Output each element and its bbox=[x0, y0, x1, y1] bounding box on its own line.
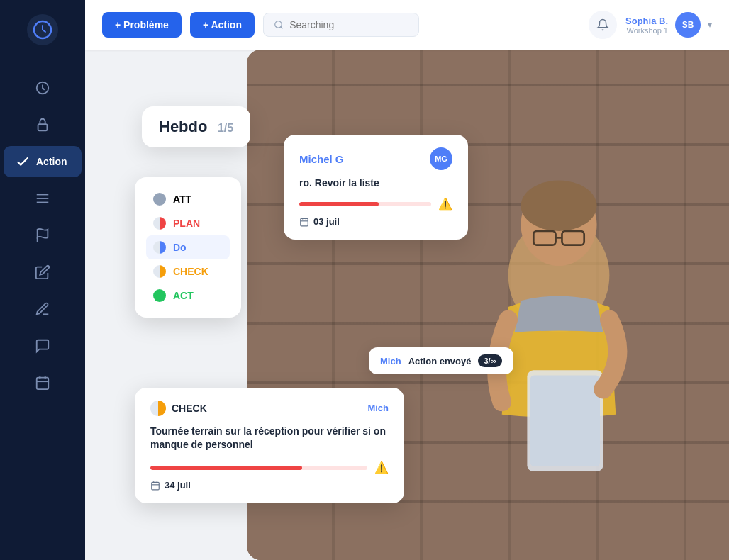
svg-rect-7 bbox=[37, 378, 49, 390]
check-icon bbox=[15, 154, 30, 169]
avatar: SB bbox=[675, 12, 701, 38]
sidebar-item-lock[interactable] bbox=[11, 109, 74, 140]
svg-rect-20 bbox=[530, 375, 600, 466]
svg-line-12 bbox=[281, 27, 283, 29]
check-badge: CHECK Mich bbox=[150, 401, 389, 416]
edit-icon bbox=[35, 264, 50, 280]
status-item-att[interactable]: ATT bbox=[146, 187, 230, 211]
check-calendar-icon bbox=[150, 481, 160, 491]
status-item-plan[interactable]: PLAN bbox=[146, 211, 230, 235]
search-icon bbox=[274, 19, 284, 30]
user-role: Workshop 1 bbox=[625, 26, 668, 35]
search-bar bbox=[263, 13, 419, 37]
calendar-small-icon bbox=[299, 217, 309, 227]
att-dot bbox=[153, 193, 166, 206]
clock-icon bbox=[35, 80, 50, 96]
act-dot bbox=[153, 289, 166, 302]
sidebar-item-edit1[interactable] bbox=[11, 257, 74, 288]
edit2-icon bbox=[35, 301, 50, 317]
user-text: Sophia B. Workshop 1 bbox=[625, 16, 668, 35]
action-envoy-label: Action envoyé bbox=[408, 356, 472, 366]
do-label: Do bbox=[173, 242, 187, 253]
svg-rect-25 bbox=[152, 482, 160, 490]
hebdo-count: 1/5 bbox=[218, 122, 233, 134]
warning-icon: ⚠️ bbox=[438, 197, 452, 211]
envoy-user-name: Mich bbox=[380, 356, 401, 366]
check-card-user: Mich bbox=[367, 403, 389, 413]
check-card-date: 34 juil bbox=[165, 480, 191, 491]
check-label: CHECK bbox=[173, 266, 208, 277]
check-status-dot bbox=[150, 401, 166, 416]
check-progress-bar bbox=[150, 466, 367, 470]
sidebar-item-chat[interactable] bbox=[11, 330, 74, 362]
card-user-row: Michel G MG bbox=[299, 147, 452, 170]
check-warning-icon: ⚠️ bbox=[374, 461, 389, 474]
att-label: ATT bbox=[173, 194, 191, 205]
progress-row: ⚠️ bbox=[299, 197, 452, 211]
logo-icon bbox=[33, 20, 52, 40]
content-area: + Problème + Action Sophia B. Workshop 1 bbox=[85, 0, 729, 560]
action-count-badge: 3/∞ bbox=[478, 354, 501, 367]
action-top-card[interactable]: Michel G MG ro. Revoir la liste ⚠️ 03 ju… bbox=[284, 135, 468, 240]
add-problem-button[interactable]: + Problème bbox=[102, 12, 182, 38]
sidebar-item-flag[interactable] bbox=[11, 220, 74, 251]
plan-label: PLAN bbox=[173, 218, 200, 229]
status-item-act[interactable]: ACT bbox=[146, 284, 230, 308]
notification-button[interactable] bbox=[589, 11, 617, 39]
svg-rect-2 bbox=[38, 124, 48, 130]
hebdo-title: Hebdo bbox=[159, 118, 207, 135]
main-container: Action bbox=[0, 0, 729, 560]
user-info[interactable]: Sophia B. Workshop 1 SB ▾ bbox=[625, 12, 712, 38]
lock-icon bbox=[35, 117, 50, 133]
action-envoy-badge[interactable]: Mich Action envoyé 3/∞ bbox=[369, 347, 513, 374]
sidebar-item-edit2[interactable] bbox=[11, 293, 74, 325]
svg-rect-21 bbox=[301, 218, 308, 226]
flag-icon bbox=[35, 228, 50, 243]
status-item-check[interactable]: CHECK bbox=[146, 259, 230, 284]
do-dot bbox=[153, 241, 166, 254]
svg-point-11 bbox=[275, 21, 282, 28]
add-action-button[interactable]: + Action bbox=[190, 12, 255, 38]
progress-fill bbox=[299, 202, 379, 206]
check-card-title: Tournée terrain sur la réception pour vé… bbox=[150, 425, 389, 452]
check-progress-fill bbox=[150, 466, 302, 470]
sidebar-item-dashboard[interactable] bbox=[11, 72, 74, 103]
status-dropdown-card[interactable]: ATT PLAN Do CHECK ACT bbox=[135, 177, 241, 318]
status-item-do[interactable]: Do bbox=[146, 235, 230, 259]
app-logo[interactable] bbox=[27, 14, 58, 45]
svg-point-15 bbox=[521, 181, 596, 231]
date-row: 03 juil bbox=[299, 216, 452, 227]
header: + Problème + Action Sophia B. Workshop 1 bbox=[85, 0, 729, 50]
progress-bar bbox=[299, 202, 431, 206]
action-card-title: ro. Revoir la liste bbox=[299, 177, 452, 189]
sidebar-item-menu[interactable] bbox=[11, 183, 74, 214]
check-progress-row: ⚠️ bbox=[150, 461, 389, 474]
user-name: Sophia B. bbox=[625, 16, 668, 26]
sidebar: Action bbox=[0, 0, 85, 560]
check-date-row: 34 juil bbox=[150, 480, 389, 491]
sidebar-item-calendar[interactable] bbox=[11, 367, 74, 398]
sidebar-action-label: Action bbox=[36, 156, 67, 167]
menu-icon bbox=[35, 191, 50, 206]
search-input[interactable] bbox=[289, 19, 408, 30]
action-card-avatar: MG bbox=[430, 147, 452, 170]
chevron-down-icon: ▾ bbox=[708, 20, 712, 30]
action-card-date: 03 juil bbox=[313, 216, 340, 227]
check-status-label: CHECK bbox=[172, 403, 207, 414]
chat-icon bbox=[35, 338, 50, 354]
plan-dot bbox=[153, 217, 166, 230]
check-bottom-card[interactable]: CHECK Mich Tournée terrain sur la récept… bbox=[135, 388, 404, 503]
action-card-user-name: Michel G bbox=[299, 153, 344, 165]
calendar-icon bbox=[35, 375, 50, 391]
check-dot bbox=[153, 265, 166, 278]
bell-icon bbox=[596, 18, 609, 31]
hebdo-card[interactable]: Hebdo 1/5 bbox=[142, 106, 250, 147]
sidebar-item-action[interactable]: Action bbox=[4, 146, 82, 177]
act-label: ACT bbox=[173, 290, 194, 301]
